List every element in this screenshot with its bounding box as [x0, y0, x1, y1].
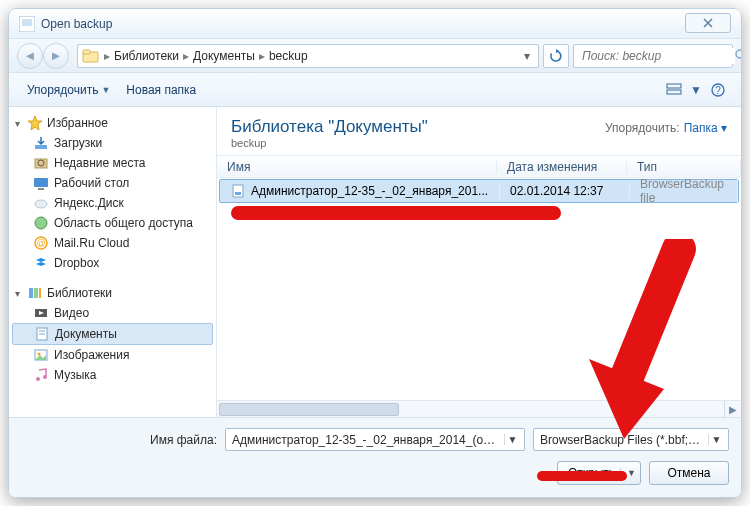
- images-icon: [33, 347, 49, 363]
- chevron-down-icon[interactable]: ▼: [708, 434, 724, 445]
- help-button[interactable]: ?: [705, 79, 731, 101]
- libraries-group: ▾ Библиотеки Видео Документы Изображения…: [9, 283, 216, 385]
- svg-rect-20: [29, 288, 33, 298]
- crumb-2[interactable]: beckup: [269, 49, 308, 63]
- crumb-1[interactable]: Документы: [193, 49, 255, 63]
- library-subtitle: beckup: [231, 137, 605, 149]
- svg-rect-3: [83, 50, 90, 54]
- view-mode-button[interactable]: [661, 79, 687, 101]
- public-icon: [33, 215, 49, 231]
- horizontal-scrollbar[interactable]: ▶: [217, 400, 741, 417]
- scroll-right-icon[interactable]: ▶: [724, 401, 741, 418]
- svg-point-29: [38, 353, 41, 356]
- library-header: Библиотека "Документы" beckup Упорядочит…: [217, 107, 741, 156]
- svg-rect-21: [34, 288, 38, 298]
- svg-rect-7: [667, 90, 681, 94]
- svg-point-16: [35, 200, 47, 208]
- sort-label: Упорядочить:: [605, 121, 680, 135]
- sidebar-item-images[interactable]: Изображения: [9, 345, 216, 365]
- crumb-0[interactable]: Библиотеки: [114, 49, 179, 63]
- content-area: ▾ Избранное Загрузки Недавние места Рабо…: [9, 107, 741, 417]
- main-panel: Библиотека "Документы" beckup Упорядочит…: [217, 107, 741, 417]
- search-box[interactable]: [573, 44, 733, 68]
- sidebar-item-recent[interactable]: Недавние места: [9, 153, 216, 173]
- folder-icon: [82, 47, 100, 65]
- sidebar-item-documents[interactable]: Документы: [12, 323, 213, 345]
- sidebar-item-dropbox[interactable]: Dropbox: [9, 253, 216, 273]
- file-type-combo[interactable]: BrowserBackup Files (*.bbf;*.zip) ▼: [533, 428, 729, 451]
- svg-marker-10: [28, 116, 42, 130]
- libraries-head[interactable]: ▾ Библиотеки: [9, 283, 216, 303]
- breadcrumb[interactable]: ▸ Библиотеки ▸ Документы ▸ beckup: [104, 49, 308, 63]
- svg-rect-15: [38, 188, 44, 190]
- cloud-icon: [33, 195, 49, 211]
- sidebar-item-music[interactable]: Музыка: [9, 365, 216, 385]
- music-icon: [33, 367, 49, 383]
- file-list[interactable]: Администратор_12-35_-_02_января_201... 0…: [217, 178, 741, 400]
- navbar: ◄ ► ▸ Библиотеки ▸ Документы ▸ beckup ▾: [9, 39, 741, 73]
- toolbar: Упорядочить▼ Новая папка ▼ ?: [9, 73, 741, 107]
- cancel-button[interactable]: Отмена: [649, 461, 729, 485]
- svg-rect-33: [235, 192, 241, 195]
- address-bar[interactable]: ▸ Библиотеки ▸ Документы ▸ beckup ▾: [77, 44, 539, 68]
- svg-text:@: @: [36, 238, 45, 248]
- refresh-button[interactable]: [543, 44, 569, 68]
- svg-text:?: ?: [715, 85, 721, 96]
- search-input[interactable]: [580, 48, 735, 64]
- address-dropdown-icon[interactable]: ▾: [520, 49, 534, 63]
- svg-point-31: [43, 375, 47, 379]
- filename-combo[interactable]: Администратор_12-35_-_02_января_2014_(op…: [225, 428, 525, 451]
- svg-rect-11: [35, 145, 47, 149]
- scrollbar-thumb[interactable]: [219, 403, 399, 416]
- close-button[interactable]: [685, 13, 731, 33]
- favorites-group: ▾ Избранное Загрузки Недавние места Рабо…: [9, 113, 216, 273]
- file-modified: 02.01.2014 12:37: [500, 184, 630, 198]
- sidebar-item-yandex[interactable]: Яндекс.Диск: [9, 193, 216, 213]
- col-type[interactable]: Тип: [627, 160, 741, 174]
- titlebar: Open backup: [9, 9, 741, 39]
- library-title: Библиотека "Документы": [231, 117, 605, 137]
- chevron-down-icon[interactable]: ▼: [504, 434, 520, 445]
- recent-icon: [33, 155, 49, 171]
- col-name[interactable]: Имя: [217, 160, 497, 174]
- new-folder-button[interactable]: Новая папка: [118, 80, 204, 100]
- organize-menu[interactable]: Упорядочить▼: [19, 80, 118, 100]
- back-button[interactable]: ◄: [17, 43, 43, 69]
- view-dropdown-icon[interactable]: ▼: [689, 79, 703, 101]
- favorites-head[interactable]: ▾ Избранное: [9, 113, 216, 133]
- video-icon: [33, 305, 49, 321]
- sidebar-item-downloads[interactable]: Загрузки: [9, 133, 216, 153]
- forward-button[interactable]: ►: [43, 43, 69, 69]
- desktop-icon: [33, 175, 49, 191]
- filter-value: BrowserBackup Files (*.bbf;*.zip): [540, 433, 704, 447]
- svg-rect-1: [22, 19, 32, 26]
- sidebar-item-public[interactable]: Область общего доступа: [9, 213, 216, 233]
- downloads-icon: [33, 135, 49, 151]
- open-file-dialog: Open backup ◄ ► ▸ Библиотеки ▸ Документы…: [8, 8, 742, 498]
- sort-value[interactable]: Папка ▾: [684, 121, 727, 135]
- window-title: Open backup: [41, 17, 112, 31]
- filename-value: Администратор_12-35_-_02_января_2014_(op…: [232, 433, 500, 447]
- redaction-bar: [231, 206, 561, 220]
- sidebar-item-video[interactable]: Видео: [9, 303, 216, 323]
- file-row[interactable]: Администратор_12-35_-_02_января_201... 0…: [219, 179, 739, 203]
- sidebar-item-desktop[interactable]: Рабочий стол: [9, 173, 216, 193]
- documents-icon: [34, 326, 50, 342]
- star-icon: [27, 115, 43, 131]
- dropbox-icon: [33, 255, 49, 271]
- mailru-icon: @: [33, 235, 49, 251]
- filename-label: Имя файла:: [150, 433, 217, 447]
- column-headers[interactable]: Имя Дата изменения Тип: [217, 156, 741, 178]
- sidebar-item-mailru[interactable]: @Mail.Ru Cloud: [9, 233, 216, 253]
- col-modified[interactable]: Дата изменения: [497, 160, 627, 174]
- svg-point-17: [35, 217, 47, 229]
- svg-rect-32: [233, 185, 243, 197]
- app-icon: [19, 16, 35, 32]
- svg-rect-6: [667, 84, 681, 88]
- file-type: BrowserBackup file: [630, 178, 738, 205]
- svg-rect-22: [39, 288, 41, 298]
- file-name: Администратор_12-35_-_02_января_201...: [251, 184, 488, 198]
- annotation-underline: [537, 471, 627, 481]
- svg-point-30: [36, 377, 40, 381]
- search-icon: [735, 49, 742, 62]
